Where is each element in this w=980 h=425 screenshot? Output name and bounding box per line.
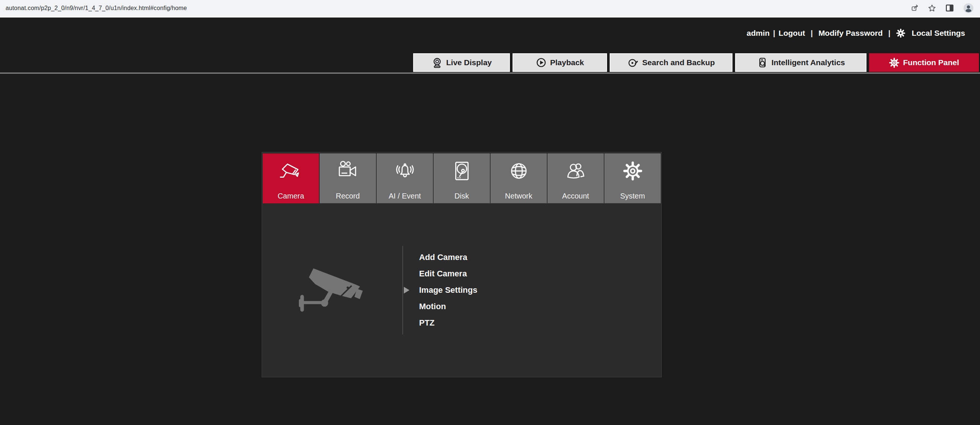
function-panel: Camera Record AI / Event	[262, 152, 662, 377]
tab-label: Network	[505, 192, 532, 200]
nav-tab-function-panel[interactable]: Function Panel	[869, 53, 979, 72]
tab-disk[interactable]: Disk	[434, 153, 490, 203]
menu-item-edit-camera[interactable]: Edit Camera	[419, 265, 477, 282]
menu-item-add-camera[interactable]: Add Camera	[419, 249, 477, 265]
tab-record[interactable]: Record	[320, 153, 376, 203]
nav-tab-label: Live Display	[446, 58, 492, 67]
url-bar[interactable]: autonat.com/p2p_2_0/n9/nvr/1_4_7_0/u1n/i…	[6, 5, 187, 11]
browser-actions	[910, 0, 974, 16]
main-nav: Live Display Playback Search and Backup …	[413, 53, 979, 72]
header-divider	[0, 72, 980, 74]
tab-label: Account	[562, 192, 589, 200]
cctv-camera-icon	[280, 160, 302, 182]
user-strip: admin | Logout | Modify Password | Local…	[747, 28, 965, 38]
tab-system[interactable]: System	[605, 153, 661, 203]
tab-label: Disk	[455, 192, 469, 200]
camera-menu: Add Camera Edit Camera Image Settings Mo…	[419, 249, 477, 331]
alarm-bell-icon	[393, 160, 417, 182]
modify-password-link[interactable]: Modify Password	[818, 29, 883, 38]
menu-item-image-settings[interactable]: Image Settings	[419, 282, 477, 298]
nav-tab-search-backup[interactable]: Search and Backup	[610, 53, 732, 72]
nav-tab-label: Playback	[550, 58, 584, 67]
function-panel-tabs: Camera Record AI / Event	[263, 153, 661, 203]
local-settings-label: Local Settings	[912, 29, 965, 38]
nav-tab-label: Intelligent Analytics	[772, 58, 845, 67]
selected-item-arrow	[404, 287, 409, 294]
logout-link[interactable]: Logout	[779, 29, 805, 38]
separator: |	[773, 29, 775, 38]
tab-label: AI / Event	[388, 192, 421, 200]
profile-avatar-icon[interactable]	[963, 3, 974, 14]
menu-item-motion[interactable]: Motion	[419, 298, 477, 315]
side-panel-icon[interactable]	[945, 3, 955, 13]
tab-label: Record	[336, 192, 360, 200]
hard-disk-icon	[450, 160, 473, 182]
tab-label: Camera	[278, 192, 304, 200]
separator: |	[811, 29, 813, 38]
nav-tab-label: Function Panel	[903, 58, 959, 67]
username: admin	[747, 29, 770, 38]
share-icon[interactable]	[910, 4, 920, 13]
menu-divider	[402, 246, 403, 334]
gear-icon	[896, 28, 905, 38]
users-icon	[564, 160, 587, 182]
nav-tab-playback[interactable]: Playback	[512, 53, 607, 72]
tab-camera[interactable]: Camera	[263, 153, 319, 203]
nav-tab-intelligent-analytics[interactable]: Intelligent Analytics	[735, 53, 867, 72]
tab-label: System	[620, 192, 645, 200]
nav-tab-label: Search and Backup	[643, 58, 715, 67]
gear-icon	[889, 58, 900, 68]
star-icon[interactable]	[928, 4, 937, 13]
nav-tab-live-display[interactable]: Live Display	[413, 53, 510, 72]
menu-item-ptz[interactable]: PTZ	[419, 315, 477, 331]
video-camera-icon	[336, 160, 360, 182]
account-group: admin | Logout	[747, 29, 805, 38]
gear-icon	[621, 160, 644, 182]
tab-account[interactable]: Account	[547, 153, 604, 203]
separator: |	[888, 29, 891, 38]
document-magnifier-icon	[757, 57, 768, 69]
tab-ai-event[interactable]: AI / Event	[377, 153, 433, 203]
play-circle-icon	[536, 57, 547, 68]
webcam-icon	[431, 57, 443, 69]
disc-search-icon	[628, 57, 639, 69]
globe-icon	[507, 160, 530, 182]
local-settings-link[interactable]: Local Settings	[896, 28, 965, 38]
tab-network[interactable]: Network	[490, 153, 547, 203]
cctv-camera-silhouette	[291, 261, 380, 317]
browser-chrome: autonat.com/p2p_2_0/n9/nvr/1_4_7_0/u1n/i…	[0, 0, 980, 18]
